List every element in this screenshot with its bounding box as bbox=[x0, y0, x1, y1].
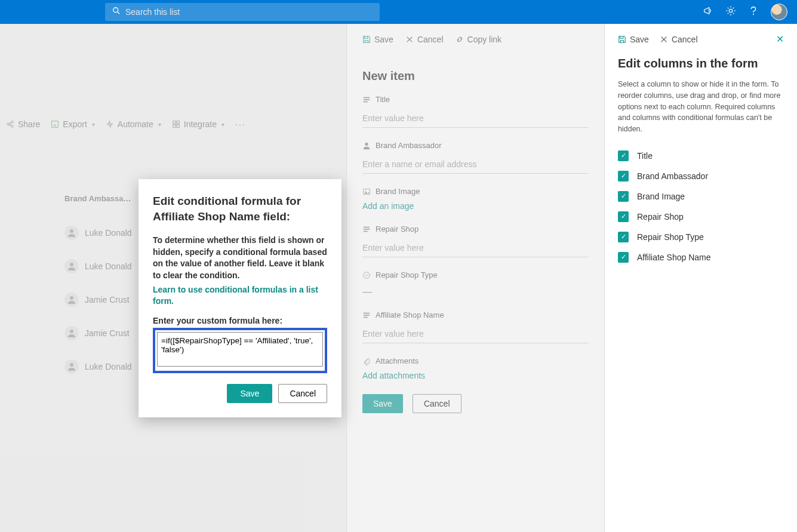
app-topbar bbox=[0, 0, 797, 24]
col-label: Title bbox=[637, 151, 653, 161]
checkbox-checked-icon[interactable]: ✓ bbox=[618, 171, 629, 182]
checkbox-checked-icon[interactable]: ✓ bbox=[618, 252, 629, 263]
col-label: Brand Ambassador bbox=[637, 171, 708, 181]
checkbox-checked-icon[interactable]: ✓ bbox=[618, 211, 629, 222]
col-row-repair-shop[interactable]: ✓Repair Shop bbox=[618, 207, 784, 227]
help-icon[interactable] bbox=[748, 5, 759, 19]
col-row-title[interactable]: ✓Title bbox=[618, 146, 784, 166]
cols-cancel-button[interactable]: Cancel bbox=[660, 35, 698, 44]
modal-title: Edit conditional formula for Affiliate S… bbox=[153, 193, 327, 224]
modal-cancel-button[interactable]: Cancel bbox=[278, 384, 327, 403]
checkbox-checked-icon[interactable]: ✓ bbox=[618, 191, 629, 202]
cols-heading: Edit columns in the form bbox=[618, 57, 784, 70]
search-input[interactable] bbox=[125, 7, 373, 17]
svg-point-0 bbox=[113, 8, 118, 13]
conditional-formula-dialog: Edit conditional formula for Affiliate S… bbox=[139, 179, 341, 417]
svg-line-1 bbox=[118, 12, 119, 14]
edit-columns-panel: Save Cancel ✕ Edit columns in the form S… bbox=[604, 24, 797, 532]
cols-save-label: Save bbox=[630, 35, 649, 44]
cols-toolbar: Save Cancel ✕ bbox=[618, 33, 784, 45]
modal-save-button[interactable]: Save bbox=[227, 384, 272, 403]
checkbox-checked-icon[interactable]: ✓ bbox=[618, 232, 629, 242]
col-label: Brand Image bbox=[637, 192, 685, 201]
col-label: Repair Shop Type bbox=[637, 232, 704, 242]
modal-buttons: Save Cancel bbox=[153, 384, 327, 403]
col-row-repair-shop-type[interactable]: ✓Repair Shop Type bbox=[618, 227, 784, 247]
search-icon bbox=[112, 7, 121, 17]
modal-desc: To determine whether this field is shown… bbox=[153, 235, 327, 281]
formula-label: Enter your custom formula here: bbox=[153, 316, 327, 325]
col-label: Repair Shop bbox=[637, 212, 684, 222]
col-label: Affiliate Shop Name bbox=[637, 253, 710, 262]
workspace: Share x Export Automate Integrate ··· Br… bbox=[0, 24, 797, 532]
gear-icon[interactable] bbox=[725, 5, 736, 19]
close-icon[interactable]: ✕ bbox=[776, 33, 784, 45]
learn-link[interactable]: Learn to use conditional formulas in a l… bbox=[153, 285, 318, 306]
megaphone-icon[interactable] bbox=[703, 5, 713, 19]
svg-point-2 bbox=[729, 9, 732, 12]
col-row-brand-ambassador[interactable]: ✓Brand Ambassador bbox=[618, 166, 784, 186]
formula-highlight bbox=[153, 328, 327, 373]
cols-desc: Select a column to show or hide it in th… bbox=[618, 79, 784, 135]
formula-textarea[interactable] bbox=[157, 332, 323, 367]
col-row-brand-image[interactable]: ✓Brand Image bbox=[618, 186, 784, 207]
svg-point-3 bbox=[753, 14, 754, 15]
cols-save-button[interactable]: Save bbox=[618, 35, 649, 44]
avatar[interactable] bbox=[771, 4, 787, 20]
new-item-panel: Save Cancel Copy link New item Title Bra… bbox=[346, 24, 604, 532]
topbar-right bbox=[703, 4, 787, 20]
cols-cancel-label: Cancel bbox=[672, 35, 698, 44]
checkbox-checked-icon[interactable]: ✓ bbox=[618, 150, 629, 161]
search-box[interactable] bbox=[105, 3, 380, 21]
panel-dim-overlay bbox=[347, 24, 604, 532]
col-row-affiliate-shop-name[interactable]: ✓Affiliate Shop Name bbox=[618, 247, 784, 267]
